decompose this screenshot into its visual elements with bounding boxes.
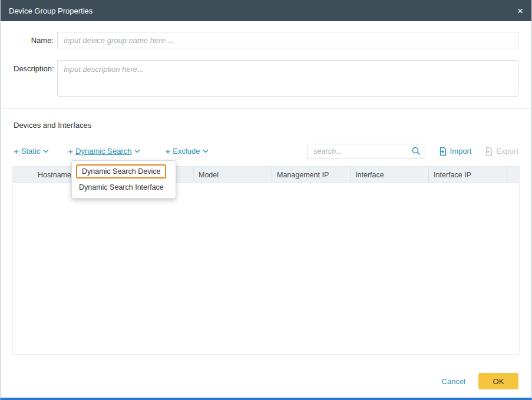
close-icon[interactable]: × bbox=[517, 6, 523, 16]
chevron-down-icon bbox=[134, 149, 140, 153]
description-row: Description: bbox=[14, 60, 518, 97]
table-body-empty bbox=[13, 183, 519, 354]
column-header-management-ip[interactable]: Management IP bbox=[272, 167, 350, 183]
search-icon[interactable] bbox=[411, 146, 421, 158]
export-button[interactable]: Export bbox=[484, 147, 518, 156]
dialog-titlebar: Device Group Properties × bbox=[1, 0, 531, 21]
menu-item-dynamic-search-interface[interactable]: Dynamic Search Interface bbox=[72, 180, 176, 194]
cancel-button[interactable]: Cancel bbox=[442, 377, 465, 386]
dynamic-search-label: Dynamic Search bbox=[75, 147, 131, 156]
chevron-down-icon bbox=[203, 149, 209, 153]
description-label: Description: bbox=[14, 60, 54, 73]
import-button[interactable]: Import bbox=[438, 147, 472, 156]
export-icon bbox=[484, 147, 493, 156]
column-header-interface-ip[interactable]: Interface IP bbox=[428, 167, 507, 183]
plus-icon: + bbox=[14, 146, 19, 156]
column-header-interface[interactable]: Interface bbox=[350, 167, 428, 183]
name-row: Name: bbox=[14, 32, 518, 48]
column-header-filler bbox=[507, 167, 519, 183]
search-input[interactable] bbox=[308, 144, 425, 159]
plus-icon: + bbox=[68, 146, 73, 156]
devices-toolbar: + Static + Dynamic Search + Exclude bbox=[14, 143, 518, 159]
devices-interfaces-title: Devices and Interfaces bbox=[14, 121, 518, 130]
dynamic-search-button[interactable]: + Dynamic Search bbox=[68, 146, 140, 156]
search-box bbox=[308, 144, 425, 159]
plus-icon: + bbox=[165, 146, 170, 156]
static-label: Static bbox=[21, 147, 41, 156]
description-textarea[interactable] bbox=[57, 60, 518, 97]
device-group-properties-dialog: Device Group Properties × Name: Descript… bbox=[0, 0, 532, 400]
dynamic-search-menu: Dynamic Search Device Dynamic Search Int… bbox=[71, 160, 176, 199]
import-icon bbox=[438, 147, 447, 156]
column-header-model[interactable]: Model bbox=[193, 167, 272, 183]
name-label: Name: bbox=[14, 32, 54, 45]
name-input[interactable] bbox=[57, 32, 518, 48]
static-add-button[interactable]: + Static bbox=[14, 146, 49, 156]
export-label: Export bbox=[496, 147, 518, 156]
menu-item-dynamic-search-device[interactable]: Dynamic Search Device bbox=[76, 164, 166, 178]
exclude-label: Exclude bbox=[173, 147, 200, 156]
ok-button[interactable]: OK bbox=[478, 373, 518, 389]
section-divider bbox=[1, 108, 531, 109]
dialog-title: Device Group Properties bbox=[9, 6, 92, 15]
dialog-body: Name: Description: bbox=[1, 21, 531, 97]
exclude-button[interactable]: + Exclude bbox=[165, 146, 209, 156]
import-label: Import bbox=[450, 147, 472, 156]
chevron-down-icon bbox=[43, 149, 49, 153]
dialog-footer: Cancel OK bbox=[442, 373, 518, 389]
